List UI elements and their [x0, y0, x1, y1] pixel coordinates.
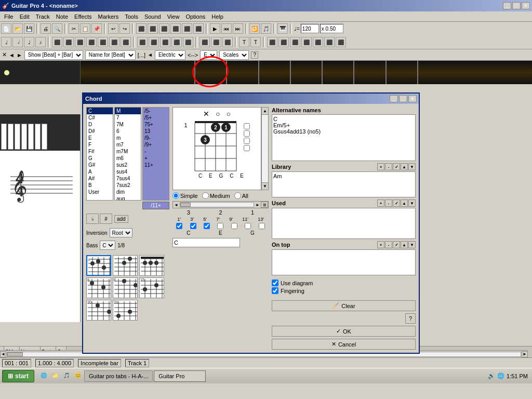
- root-Gs[interactable]: G#: [87, 162, 113, 168]
- pos-thumb[interactable]: [180, 203, 191, 207]
- chord-thumb-7[interactable]: 20: [86, 300, 111, 321]
- scroll-up-btn[interactable]: ▲: [262, 108, 268, 115]
- h-scroll-thumb[interactable]: [7, 352, 23, 356]
- used-btn-5[interactable]: ▼: [408, 200, 416, 207]
- open-button[interactable]: 📂: [12, 23, 23, 34]
- lib-btn-5[interactable]: ▼: [408, 163, 416, 170]
- print-button[interactable]: 🖨: [41, 23, 51, 34]
- tb2-btn-13[interactable]: ⬛: [149, 37, 159, 47]
- chord-thumb-1[interactable]: _: [86, 255, 111, 276]
- lib-btn-2[interactable]: -: [385, 163, 392, 170]
- help-button[interactable]: ?: [405, 313, 416, 324]
- tb-btn-10[interactable]: ⬛: [193, 23, 204, 34]
- inversion-select[interactable]: Root 1st 2nd: [110, 228, 132, 237]
- chord-thumb-3[interactable]: [139, 255, 164, 276]
- str-check-4[interactable]: [244, 145, 250, 151]
- root-D[interactable]: D: [87, 121, 113, 128]
- cancel-button[interactable]: ✕ Cancel: [272, 339, 416, 350]
- string-1-symbol[interactable]: ✕: [203, 110, 209, 118]
- fingering-row[interactable]: Fingering: [272, 287, 416, 294]
- tb2-btn-8[interactable]: ⬛: [86, 37, 97, 47]
- h-scroll-right[interactable]: ►: [522, 351, 528, 357]
- alt-names-box[interactable]: C Em/5+ Gsus4add13 (no5): [272, 114, 416, 161]
- type-7[interactable]: 7: [115, 114, 141, 121]
- pos-details-btn[interactable]: ⊞: [261, 202, 268, 208]
- type-13[interactable]: 13: [143, 128, 169, 135]
- taskbar-gp-tabs[interactable]: Guitar pro tabs - H-A-...: [84, 370, 153, 382]
- cut-button[interactable]: ✂: [69, 23, 79, 34]
- tb2-btn-15[interactable]: ⬛: [171, 37, 182, 47]
- type-11p[interactable]: 11+: [143, 162, 169, 168]
- tb2-btn-23[interactable]: ⬛: [278, 37, 289, 47]
- print-preview[interactable]: 🔍: [52, 23, 62, 34]
- root-Fs[interactable]: F#: [87, 148, 113, 155]
- type-M[interactable]: M: [115, 108, 141, 114]
- root-E[interactable]: E: [87, 135, 113, 141]
- ok-button[interactable]: ✓ OK: [272, 326, 416, 337]
- tb2-btn-19[interactable]: ⬛: [222, 37, 233, 47]
- tb2-btn-20[interactable]: T: [239, 37, 249, 47]
- tb2-btn-26[interactable]: ⬛: [313, 37, 323, 47]
- library-box[interactable]: Am: [272, 171, 416, 197]
- type-dim[interactable]: dim: [115, 189, 141, 195]
- help-icon[interactable]: ?: [251, 51, 258, 59]
- tb2-btn-27[interactable]: ⬛: [324, 37, 335, 47]
- fpos-cb-2[interactable]: [190, 223, 196, 229]
- ontop-btn-4[interactable]: ▲: [401, 241, 408, 248]
- chord-thumb-6[interactable]: 15: [139, 277, 164, 298]
- str-check-2[interactable]: [244, 130, 250, 137]
- type-m[interactable]: m: [115, 135, 141, 141]
- save-button[interactable]: 💾: [24, 23, 34, 34]
- type-7sus4[interactable]: 7sus4: [115, 175, 141, 182]
- chord-thumb-5[interactable]: 8: [113, 277, 138, 298]
- tb2-btn-24[interactable]: ⬛: [290, 37, 300, 47]
- h-scroll-left[interactable]: ◄: [0, 351, 6, 357]
- type-m7M[interactable]: m7M: [115, 148, 141, 155]
- tb2-btn-16[interactable]: ⬛: [183, 37, 193, 47]
- menu-effects[interactable]: Effects: [71, 12, 95, 21]
- ontop-btn-3[interactable]: ✓: [393, 241, 400, 248]
- fpos-cb-6[interactable]: [245, 223, 251, 229]
- lib-btn-4[interactable]: ▲: [401, 163, 408, 170]
- tb-btn-5[interactable]: ⬛: [136, 23, 147, 34]
- close-x[interactable]: ✕: [2, 51, 7, 58]
- ql-ie[interactable]: 🌐: [38, 370, 49, 381]
- beat-bar-select[interactable]: Show [Beat] + [Bar]: [24, 50, 83, 60]
- minimize-button[interactable]: _: [503, 2, 511, 9]
- fpos-cb-3[interactable]: [204, 223, 210, 229]
- type-9m[interactable]: /9-: [143, 135, 169, 141]
- scroll-down-btn[interactable]: ▼: [262, 182, 268, 190]
- add-chord-button[interactable]: add: [114, 215, 128, 223]
- piano-white-3[interactable]: [15, 124, 20, 150]
- type-m6[interactable]: m6: [115, 155, 141, 162]
- root-Cs[interactable]: C#: [87, 114, 113, 121]
- chord-maximize[interactable]: □: [399, 95, 407, 102]
- metronome-button[interactable]: 🎵: [261, 23, 271, 34]
- tb2-btn-7[interactable]: ⬛: [75, 37, 85, 47]
- root-B[interactable]: B: [87, 182, 113, 189]
- fingering-checkbox[interactable]: [272, 287, 278, 294]
- root-User[interactable]: User: [87, 189, 113, 195]
- chord-minimize[interactable]: _: [390, 95, 398, 102]
- record-button[interactable]: ⏭: [233, 23, 243, 34]
- fpos-cb-7[interactable]: [259, 223, 265, 229]
- tb-btn-9[interactable]: ⬛: [182, 23, 192, 34]
- type-6[interactable]: 6: [115, 128, 141, 135]
- option-all[interactable]: All: [234, 192, 248, 199]
- clear-button[interactable]: 🧹 Clear: [272, 300, 416, 311]
- tb2-btn-1[interactable]: ♩: [1, 37, 11, 47]
- root-A[interactable]: A: [87, 168, 113, 175]
- arrow-right[interactable]: ►: [17, 52, 22, 58]
- loop-button[interactable]: 🔁: [249, 23, 260, 34]
- alt-C[interactable]: C: [273, 116, 414, 122]
- str-check-1[interactable]: [244, 123, 250, 129]
- maximize-button[interactable]: □: [512, 2, 521, 9]
- tb2-btn-28[interactable]: ⬛: [336, 37, 346, 47]
- tb2-btn-3[interactable]: ♩: [24, 37, 34, 47]
- tb2-btn-4[interactable]: ♪: [35, 37, 46, 47]
- root-G[interactable]: G: [87, 155, 113, 162]
- alt-Gsus[interactable]: Gsus4add13 (no5): [273, 128, 414, 135]
- type-plus[interactable]: +: [143, 155, 169, 162]
- tb2-btn-9[interactable]: ⬛: [98, 37, 108, 47]
- ontop-btn-5[interactable]: ▼: [408, 241, 416, 248]
